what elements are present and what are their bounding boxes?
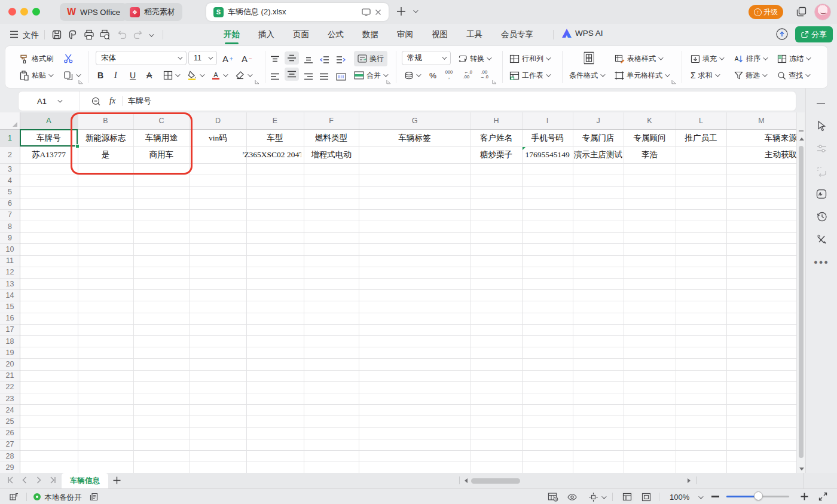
tab-wps-office[interactable]: W WPS Office — [60, 3, 127, 21]
vertical-scrollbar[interactable] — [796, 112, 805, 473]
find-button[interactable]: 查找 — [777, 68, 809, 83]
cell-M1[interactable]: 车辆来源 — [726, 129, 796, 146]
clipboard-expander-icon[interactable] — [78, 79, 84, 85]
zoom-out-button[interactable] — [711, 496, 719, 497]
row-header-16[interactable]: 16 — [0, 313, 20, 324]
fx-icon[interactable]: fx — [109, 96, 115, 106]
row-header-24[interactable]: 24 — [0, 404, 20, 416]
scroll-down-icon[interactable] — [799, 468, 804, 471]
last-sheet-icon[interactable] — [49, 476, 59, 485]
sheet-tab-active[interactable]: 车辆信息 — [62, 473, 108, 488]
ribbon-tab-home[interactable]: 开始 — [224, 29, 240, 40]
column-header-G[interactable]: G — [359, 112, 471, 129]
avatar[interactable] — [814, 4, 831, 20]
row-header-1[interactable]: 1 — [0, 129, 20, 146]
row-header-22[interactable]: 22 — [0, 381, 20, 393]
wrap-text-button[interactable]: 换行 — [354, 51, 387, 66]
column-header-K[interactable]: K — [624, 112, 676, 129]
save-icon[interactable] — [51, 29, 62, 40]
borders-button[interactable] — [163, 68, 179, 83]
column-header-I[interactable]: I — [522, 112, 573, 129]
cell-I2[interactable]: 17695545149 — [522, 146, 573, 163]
zoom-chevron-icon[interactable] — [698, 494, 703, 499]
freeze-button[interactable]: 冻结 — [777, 51, 809, 66]
eye-protect-icon[interactable] — [567, 491, 578, 502]
column-header-L[interactable]: L — [676, 112, 726, 129]
row-header-5[interactable]: 5 — [0, 186, 20, 197]
cell-A2[interactable]: 苏A13777 — [20, 146, 78, 163]
tab-document-active[interactable]: S 车辆信息 (2).xlsx — [206, 3, 389, 21]
cell-style-button[interactable]: 单元格样式 — [615, 68, 668, 83]
normal-view-button[interactable] — [621, 491, 634, 503]
scroll-left-icon[interactable] — [465, 478, 468, 483]
minimize-window-button[interactable] — [20, 8, 28, 16]
ribbon-tab-data[interactable]: 数据 — [362, 29, 378, 40]
increase-indent-button[interactable] — [336, 53, 346, 67]
cell-K1[interactable]: 专属顾问 — [624, 129, 676, 146]
rows-columns-button[interactable]: 行和列 — [509, 51, 549, 66]
zoom-in-button[interactable] — [800, 492, 809, 501]
increase-font-button[interactable]: A+ — [222, 51, 233, 66]
print-preview-icon[interactable] — [99, 29, 110, 40]
tools-icon[interactable] — [814, 232, 829, 246]
justify-button[interactable] — [319, 69, 329, 84]
center-view-icon[interactable] — [588, 491, 598, 502]
window-switcher-icon[interactable] — [796, 7, 807, 17]
quick-access-chevron-icon[interactable] — [149, 32, 154, 36]
tab-list-chevron-icon[interactable] — [413, 8, 418, 13]
copy-button[interactable] — [63, 68, 80, 83]
row-header-13[interactable]: 13 — [0, 278, 20, 289]
formula-bar-value[interactable]: 车牌号 — [128, 96, 151, 106]
align-top-button[interactable] — [270, 53, 280, 67]
tab-wps-ai[interactable]: WPS AI — [562, 29, 603, 38]
ribbon-tab-page[interactable]: 页面 — [293, 29, 309, 40]
redo-icon[interactable] — [133, 29, 143, 40]
percent-button[interactable]: % — [429, 68, 436, 83]
distributed-button[interactable] — [336, 69, 346, 84]
row-header-7[interactable]: 7 — [0, 209, 20, 221]
comma-style-button[interactable]: 000, — [444, 67, 454, 81]
zoom-level-value[interactable]: 100% — [670, 493, 689, 502]
zoom-formula-icon[interactable] — [91, 96, 101, 106]
cell-F1[interactable]: 燃料类型 — [304, 129, 359, 146]
cell-L1[interactable]: 推广员工 — [676, 129, 726, 146]
ribbon-tab-member[interactable]: 会员专享 — [501, 29, 533, 40]
row-header-27[interactable]: 27 — [0, 439, 20, 450]
merge-cells-button[interactable]: 合并 — [354, 68, 387, 83]
tab-daoke[interactable]: ❖ 稻壳素材 — [123, 3, 182, 21]
row-header-8[interactable]: 8 — [0, 221, 20, 232]
ribbon-tab-view[interactable]: 视图 — [432, 29, 448, 40]
page-layout-view-button[interactable] — [641, 491, 652, 502]
row-header-14[interactable]: 14 — [0, 289, 20, 301]
more-tools-icon[interactable]: ●●● — [814, 255, 829, 269]
row-header-11[interactable]: 11 — [0, 255, 20, 267]
column-header-H[interactable]: H — [471, 112, 522, 129]
cell-H2[interactable]: 糖炒栗子 — [471, 146, 522, 163]
cut-button[interactable] — [63, 51, 74, 66]
sort-button[interactable]: A 排序 — [734, 51, 766, 66]
collapse-ribbon-button[interactable] — [817, 103, 825, 104]
present-icon[interactable] — [362, 8, 371, 16]
ribbon-tab-formula[interactable]: 公式 — [328, 29, 344, 40]
column-header-F[interactable]: F — [304, 112, 359, 129]
row-header-17[interactable]: 17 — [0, 324, 20, 335]
select-all-corner[interactable] — [0, 112, 20, 129]
row-header-4[interactable]: 4 — [0, 175, 20, 186]
undo-icon[interactable] — [117, 29, 128, 40]
split-handle[interactable] — [799, 130, 804, 132]
select-tool-icon[interactable] — [814, 118, 829, 133]
cell-D1[interactable]: vin码 — [190, 129, 246, 146]
export-pdf-icon[interactable] — [68, 29, 79, 40]
column-header-E[interactable]: E — [246, 112, 304, 129]
center-view-chevron-icon[interactable] — [601, 494, 606, 499]
row-header-15[interactable]: 15 — [0, 301, 20, 312]
cell-H1[interactable]: 客户姓名 — [471, 129, 522, 146]
format-painter-button[interactable]: 格式刷 — [19, 51, 53, 66]
fill-color-button[interactable] — [187, 68, 203, 83]
italic-button[interactable]: I — [114, 68, 117, 83]
decrease-indent-button[interactable] — [319, 53, 329, 67]
paste-button[interactable]: 粘贴 — [19, 68, 52, 83]
backup-status-label[interactable]: 本地备份开 — [44, 493, 82, 503]
ribbon-tab-review[interactable]: 审阅 — [397, 29, 413, 40]
convert-button[interactable]: 转换 — [457, 51, 490, 66]
